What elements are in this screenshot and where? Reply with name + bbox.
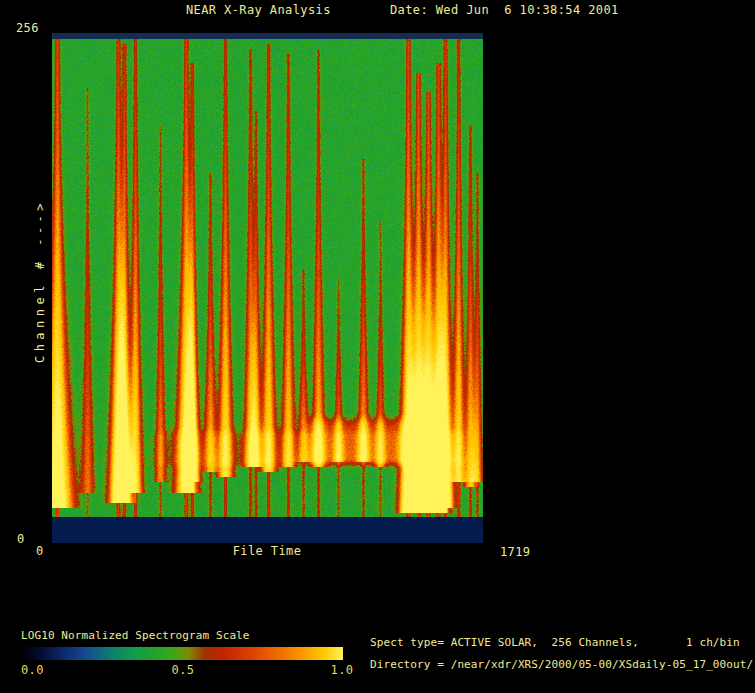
y-axis-title: Channel # ---> [34,199,47,363]
x-axis-min-label: 0 [36,545,44,558]
spect-type-info: Spect type= ACTIVE SOLAR, 256 Channels, … [370,637,740,649]
x-axis-title: File Time [233,545,302,558]
colorbar-title: LOG10 Normalized Spectrogram Scale [21,630,250,642]
y-axis-max-label: 256 [16,22,39,35]
date-label: Date: Wed Jun 6 10:38:54 2001 [390,4,619,17]
page-title: NEAR X-Ray Analysis [186,4,331,17]
colorbar-tick-min: 0.0 [21,664,44,677]
colorbar-tick-max: 1.0 [331,664,354,677]
spectrogram-heatmap [52,33,483,543]
colorbar-tick-mid: 0.5 [172,664,195,677]
colorbar-gradient [22,647,343,660]
x-axis-max-label: 1719 [500,546,531,559]
directory-info: Directory = /near/xdr/XRS/2000/05-00/XSd… [370,659,753,671]
y-axis-min-label: 0 [17,533,25,546]
